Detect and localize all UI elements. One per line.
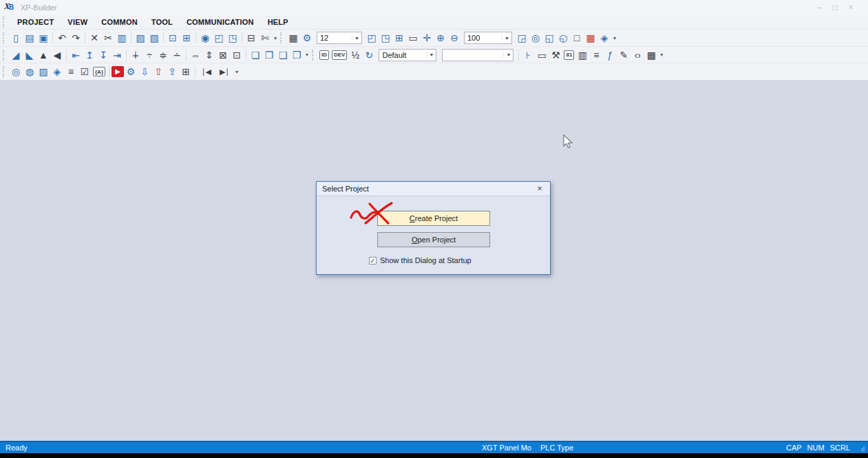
toolbar-overflow-icon[interactable]: ▾ xyxy=(658,52,665,58)
screen-combo[interactable]: ▼ xyxy=(442,49,514,61)
chevron-down-icon[interactable]: ▼ xyxy=(352,36,361,41)
menu-item-tool[interactable]: TOOL xyxy=(145,17,180,28)
find-device-icon[interactable]: ◍ xyxy=(23,65,36,79)
delete-icon[interactable]: ✕ xyxy=(87,31,101,45)
ruler-icon[interactable]: ▭ xyxy=(406,31,420,45)
new-project-icon[interactable]: ▯ xyxy=(9,31,23,45)
menu-item-common[interactable]: COMMON xyxy=(94,17,145,28)
zoom-dynamic-icon[interactable]: ◎ xyxy=(529,31,542,45)
rect-object-icon[interactable]: ▭ xyxy=(535,48,549,62)
transfer-icon[interactable]: ⇪ xyxy=(165,65,179,79)
snap-top-right-icon[interactable]: ◳ xyxy=(379,31,392,45)
open-project-button[interactable]: Open Project xyxy=(377,232,490,247)
bracket-object-icon[interactable]: ‹› xyxy=(631,48,644,62)
zoom-level-combo[interactable]: 100▼ xyxy=(464,32,512,44)
flip-horizontal-icon[interactable]: ◀ xyxy=(50,48,64,62)
zoom-selection-icon[interactable]: ◱ xyxy=(542,31,556,45)
cross-reference-icon[interactable]: ◎ xyxy=(9,65,23,79)
same-size-icon[interactable]: ⊠ xyxy=(216,48,230,62)
select-objects-icon[interactable]: ⊞ xyxy=(180,31,193,45)
align-left-icon[interactable]: ⇤ xyxy=(69,48,83,62)
grid-dots-icon[interactable]: ▦ xyxy=(286,31,300,45)
next-screen-icon[interactable]: ◳ xyxy=(226,31,240,45)
fit-size-icon[interactable]: ⊡ xyxy=(230,48,244,62)
zoom-object-icon[interactable]: ◵ xyxy=(556,31,570,45)
chevron-down-icon[interactable]: ▼ xyxy=(426,52,436,57)
toolbar-overflow-icon[interactable]: ▾ xyxy=(304,52,310,58)
keypad-icon[interactable]: 81 xyxy=(564,50,574,60)
toolbox-icon[interactable]: ⚒ xyxy=(549,48,562,62)
dialog-close-icon[interactable]: × xyxy=(535,184,544,194)
print-icon[interactable]: ⊟ xyxy=(244,31,258,45)
grid-lines-icon[interactable]: ⊞ xyxy=(392,31,406,45)
send-backward-icon[interactable]: ❐ xyxy=(262,48,276,62)
flip-vertical-icon[interactable]: ▲ xyxy=(36,48,50,62)
rotate-right-icon[interactable]: ◣ xyxy=(23,48,36,62)
toolbar-drag-handle[interactable] xyxy=(3,32,6,43)
create-project-button[interactable]: Create Project xyxy=(377,211,490,226)
screen-capture-icon[interactable]: ✄ xyxy=(258,31,272,45)
data-check-icon[interactable]: ☑ xyxy=(78,65,92,79)
menu-item-communication[interactable]: COMMUNICATION xyxy=(180,17,261,28)
show-dialog-checkbox-row[interactable]: ✓ Show this Dialog at Startup xyxy=(369,256,472,264)
tile-windows-icon[interactable]: ⊞ xyxy=(179,65,193,79)
align-top-icon[interactable]: ↥ xyxy=(83,48,96,62)
menubar-drag-handle[interactable] xyxy=(3,17,6,28)
rotate-left-icon[interactable]: ◢ xyxy=(9,48,23,62)
address-cycle-icon[interactable]: ↻ xyxy=(362,48,376,62)
center-horizontal-icon[interactable]: ∔ xyxy=(129,48,142,62)
toolbar-drag-handle[interactable] xyxy=(3,50,6,61)
distribute-horizontal-icon[interactable]: ≑ xyxy=(156,48,170,62)
script-wizard-icon[interactable]: ƒ xyxy=(603,48,617,62)
state-combo[interactable]: Default▼ xyxy=(379,49,436,61)
bring-to-front-icon[interactable]: ❑ xyxy=(276,48,290,62)
bring-forward-icon[interactable]: ❏ xyxy=(248,48,262,62)
toolbar-drag-handle[interactable] xyxy=(312,50,315,61)
download-to-device-icon[interactable]: ⇩ xyxy=(138,65,151,79)
zoom-area-icon[interactable]: ◲ xyxy=(515,31,529,45)
origin-point-icon[interactable]: ◈ xyxy=(597,31,611,45)
id-display-icon[interactable]: ID xyxy=(319,50,329,60)
zoom-window-icon[interactable]: □ xyxy=(570,31,584,45)
center-vertical-icon[interactable]: ÷ xyxy=(142,48,156,62)
upload-from-device-icon[interactable]: ⇧ xyxy=(151,65,165,79)
toolbar-overflow-icon[interactable]: ▾ xyxy=(233,69,240,75)
chevron-down-icon[interactable]: ▼ xyxy=(503,52,513,57)
pick-grid-icon[interactable]: ▦ xyxy=(584,31,597,45)
pattern-icon[interactable]: ▩ xyxy=(644,48,658,62)
memo-icon[interactable]: ✎ xyxy=(617,48,631,62)
send-to-back-icon[interactable]: ❒ xyxy=(290,48,304,62)
data-list-icon[interactable]: ≡ xyxy=(64,65,78,79)
align-right-icon[interactable]: ⇥ xyxy=(110,48,124,62)
duplicate-icon[interactable]: ▧ xyxy=(147,31,161,45)
open-project-icon[interactable]: ▤ xyxy=(23,31,36,45)
find-object-icon[interactable]: ◈ xyxy=(50,65,64,79)
toolbar-overflow-icon[interactable]: ▾ xyxy=(611,35,618,41)
device-change-icon[interactable]: ½ xyxy=(348,48,362,62)
grid-size-combo[interactable]: 12▼ xyxy=(317,32,362,44)
toolbar-drag-handle[interactable] xyxy=(280,32,284,43)
text-table-icon[interactable]: {A} xyxy=(93,67,105,76)
save-icon[interactable]: ▣ xyxy=(36,31,50,45)
dialog-title-bar[interactable]: Select Project × xyxy=(317,182,550,196)
paste-icon[interactable]: ▨ xyxy=(134,31,147,45)
cut-icon[interactable]: ✂ xyxy=(101,31,115,45)
show-dialog-checkbox[interactable]: ✓ xyxy=(369,257,377,264)
simulator-icon[interactable]: ▶ xyxy=(112,66,124,77)
same-width-icon[interactable]: ⇔ xyxy=(189,48,202,62)
grid-settings-icon[interactable]: ⚙ xyxy=(300,31,314,45)
select-area-icon[interactable]: ⊡ xyxy=(166,31,180,45)
go-first-icon[interactable]: ∣◀ xyxy=(198,65,215,79)
chevron-down-icon[interactable]: ▼ xyxy=(502,36,511,41)
find-icon[interactable]: ◉ xyxy=(198,31,212,45)
prev-screen-icon[interactable]: ◰ xyxy=(212,31,226,45)
detail-panel-icon[interactable]: ▥ xyxy=(575,48,589,62)
toolbar-overflow-icon[interactable]: ▾ xyxy=(272,35,279,41)
same-height-icon[interactable]: ⇕ xyxy=(202,48,216,62)
align-bottom-icon[interactable]: ↧ xyxy=(96,48,110,62)
copy-icon[interactable]: ▥ xyxy=(115,31,129,45)
pan-hand-icon[interactable]: ✛ xyxy=(420,31,434,45)
object-tree-icon[interactable]: ⊦ xyxy=(521,48,535,62)
zoom-in-icon[interactable]: ⊕ xyxy=(434,31,447,45)
snap-top-left-icon[interactable]: ◰ xyxy=(365,31,379,45)
